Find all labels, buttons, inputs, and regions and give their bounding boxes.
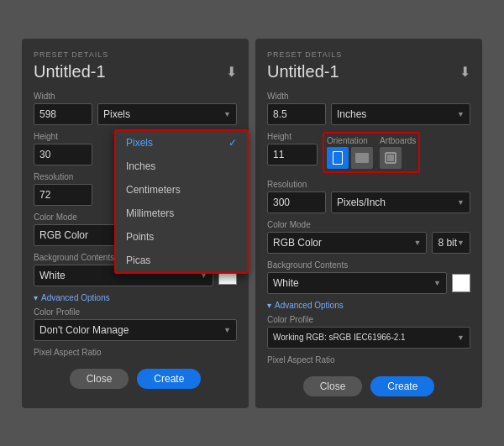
right-width-label: Width	[267, 92, 470, 101]
dropdown-item-pixels[interactable]: Pixels ✓	[116, 131, 247, 155]
left-pixelaspect-label: Pixel Aspect Ratio	[34, 348, 237, 357]
right-pixelaspect-label: Pixel Aspect Ratio	[267, 355, 470, 365]
orientation-area: Orientation Artboards	[323, 132, 420, 173]
orient-buttons-row	[327, 147, 373, 169]
right-advanced-toggle[interactable]: ▾ Advanced Options	[267, 301, 470, 310]
right-height-input[interactable]	[267, 144, 318, 165]
right-resolution-unit-arrow: ▼	[457, 198, 465, 207]
left-advanced-toggle[interactable]: ▾ Advanced Options	[34, 293, 237, 302]
right-panel: PRESET DETAILS Untitled-1 ⬇ Width Inches…	[255, 39, 482, 408]
right-width-input[interactable]	[267, 103, 326, 125]
left-width-input[interactable]	[34, 103, 92, 125]
right-color-swatch[interactable]	[452, 274, 470, 292]
left-colorprofile-row: Don't Color Manage ▼	[34, 319, 237, 341]
right-panel-title: Untitled-1	[267, 62, 339, 81]
left-unit-dropdown[interactable]: Pixels ▼	[97, 103, 237, 125]
left-colormode-value: RGB Color	[39, 229, 88, 241]
right-bg-row: White ▼	[267, 272, 470, 294]
left-colorprofile-value: Don't Color Manage	[39, 324, 129, 336]
right-unit-dropdown[interactable]: Inches ▼	[331, 103, 470, 125]
dropdown-millimeters-label: Millimeters	[126, 207, 174, 219]
right-width-row: Inches ▼	[267, 103, 470, 125]
right-save-icon[interactable]: ⬇	[459, 64, 470, 80]
svg-rect-1	[333, 152, 342, 164]
left-height-input[interactable]	[34, 144, 92, 165]
right-unit-value: Inches	[337, 108, 366, 120]
right-resolution-label: Resolution	[267, 180, 470, 189]
right-close-button[interactable]: Close	[303, 376, 363, 396]
left-advanced-chevron: ▾	[34, 293, 38, 302]
right-colorprofile-row: Working RGB: sRGB IEC61966-2.1 ▼	[267, 327, 470, 349]
left-panel: PRESET DETAILS Untitled-1 ⬇ Width Pixels…	[22, 39, 249, 408]
right-height-label: Height	[267, 132, 318, 141]
right-bg-dropdown[interactable]: White ▼	[267, 272, 447, 294]
left-dropdown-arrow: ▼	[223, 110, 231, 118]
artboards-label: Artboards	[380, 136, 416, 145]
left-create-button[interactable]: Create	[137, 369, 201, 389]
left-colorprofile-arrow: ▼	[223, 326, 231, 334]
artboards-group: Artboards	[380, 136, 416, 169]
right-footer-buttons: Close Create	[267, 376, 470, 396]
orientation-label: Orientation	[327, 136, 373, 145]
right-colorprofile-value: Working RGB: sRGB IEC61966-2.1	[273, 333, 406, 342]
dropdown-centimeters-label: Centimeters	[126, 184, 181, 196]
right-colordepth-value: 8 bit	[438, 237, 457, 249]
dropdown-picas-label: Picas	[126, 254, 150, 266]
svg-rect-2	[355, 153, 369, 163]
left-footer-buttons: Close Create	[34, 369, 237, 389]
dropdown-item-centimeters[interactable]: Centimeters	[116, 178, 247, 202]
portrait-button[interactable]	[327, 147, 349, 169]
right-colormode-label: Color Mode	[267, 220, 470, 229]
right-preset-label: PRESET DETAILS	[267, 50, 470, 59]
right-colordepth-arrow: ▼	[457, 239, 465, 247]
right-colorprofile-label: Color Profile	[267, 315, 470, 324]
left-advanced-label: Advanced Options	[41, 293, 110, 302]
dropdown-pixels-label: Pixels	[126, 137, 153, 149]
right-advanced-chevron: ▾	[267, 301, 271, 310]
dropdown-item-picas[interactable]: Picas	[116, 249, 247, 272]
left-save-icon[interactable]: ⬇	[226, 64, 237, 80]
svg-rect-4	[387, 155, 394, 161]
right-resolution-unit-value: Pixels/Inch	[337, 197, 386, 208]
right-resolution-unit-dropdown[interactable]: Pixels/Inch ▼	[331, 192, 470, 213]
left-panel-title: Untitled-1	[34, 62, 106, 81]
left-width-row: Pixels ▼	[34, 103, 237, 125]
left-resolution-input[interactable]	[34, 184, 92, 206]
left-preset-label: PRESET DETAILS	[34, 50, 237, 59]
left-panel-header: Untitled-1 ⬇	[34, 62, 237, 81]
left-close-button[interactable]: Close	[70, 369, 129, 389]
right-colordepth-dropdown[interactable]: 8 bit ▼	[432, 232, 470, 254]
right-create-button[interactable]: Create	[370, 376, 434, 396]
left-colorprofile-label: Color Profile	[34, 307, 237, 317]
left-colorprofile-dropdown[interactable]: Don't Color Manage ▼	[34, 319, 237, 341]
orient-labels: Orientation	[327, 136, 373, 169]
right-colormode-row: RGB Color ▼ 8 bit ▼	[267, 232, 470, 254]
right-colorprofile-dropdown[interactable]: Working RGB: sRGB IEC61966-2.1 ▼	[267, 327, 470, 349]
right-bg-arrow: ▼	[433, 279, 441, 287]
pixels-check-icon: ✓	[228, 137, 237, 149]
dropdown-points-label: Points	[126, 231, 154, 243]
left-unit-value: Pixels	[103, 108, 130, 120]
dropdown-inches-label: Inches	[126, 160, 155, 172]
dropdown-item-millimeters[interactable]: Millimeters	[116, 202, 247, 225]
right-colorprofile-arrow: ▼	[457, 333, 465, 342]
right-colormode-dropdown[interactable]: RGB Color ▼	[267, 232, 427, 254]
unit-dropdown-overlay: Pixels ✓ Inches Centimeters Millimeters …	[114, 129, 249, 274]
left-width-label: Width	[34, 92, 237, 101]
left-bg-value: White	[39, 270, 66, 281]
right-resolution-row: Pixels/Inch ▼	[267, 192, 470, 213]
right-colormode-arrow: ▼	[413, 239, 421, 247]
artboard-button[interactable]	[380, 147, 402, 169]
right-height-group: Height	[267, 132, 318, 165]
landscape-button[interactable]	[351, 147, 373, 169]
right-bg-value: White	[273, 277, 299, 289]
right-advanced-label: Advanced Options	[275, 301, 344, 310]
right-unit-arrow: ▼	[457, 110, 465, 118]
dropdown-item-inches[interactable]: Inches	[116, 155, 247, 178]
right-resolution-input[interactable]	[267, 192, 326, 213]
right-colormode-value: RGB Color	[273, 237, 322, 249]
right-bg-label: Background Contents	[267, 260, 470, 270]
right-panel-header: Untitled-1 ⬇	[267, 62, 470, 81]
dropdown-item-points[interactable]: Points	[116, 225, 247, 249]
